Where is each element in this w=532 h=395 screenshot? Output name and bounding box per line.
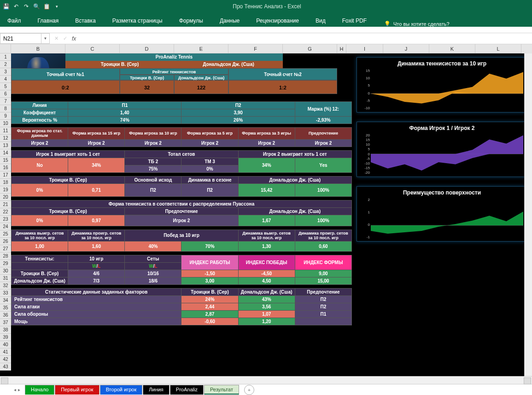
row-header-40[interactable]: 40 [0,341,11,348]
row-header-35[interactable]: 35 [0,304,11,312]
undo-icon[interactable]: ↶ [13,3,19,10]
row-header-6[interactable]: 6 [0,90,11,98]
d10-v3b: 70% [181,241,238,251]
row-header-9[interactable]: 9 [0,112,11,120]
chart-2[interactable]: Преимущество поверхности210-1 [357,186,527,242]
row-header-17[interactable]: 17 [0,171,11,179]
row-header-15[interactable]: 15 [0,157,11,164]
row-header-16[interactable]: 16 [0,164,11,171]
idx-p2s: 18/6 [125,277,181,284]
tab-page-layout[interactable]: Разметка страницы [109,15,166,27]
tell-me[interactable]: Что вы хотите сделать? [393,21,450,27]
row-header-42[interactable]: 42 [0,356,11,363]
row-header-23[interactable]: 23 [0,216,11,223]
tab-insert[interactable]: Вставка [71,15,99,27]
formula-input[interactable] [81,33,532,44]
name-box[interactable]: N21 [0,33,41,44]
row-header-30[interactable]: 30 [0,267,11,275]
row-header-34[interactable]: 34 [0,297,11,304]
row-header-39[interactable]: 39 [0,334,11,341]
col-header-D[interactable]: D [120,44,174,53]
col-header-C[interactable]: C [65,44,120,53]
qat-more-icon[interactable]: ▾ [53,3,60,10]
tab-data[interactable]: Данные [216,15,243,27]
col-header-L[interactable]: L [475,44,521,53]
row-header-18[interactable]: 18 [0,179,11,186]
redo-icon[interactable]: ↷ [23,3,29,10]
row-header-22[interactable]: 22 [0,208,11,216]
row-header-41[interactable]: 41 [0,348,11,356]
row-header-26[interactable]: 26 [0,238,11,245]
col-header-I[interactable]: I [346,44,383,53]
row-header-3[interactable]: 3 [0,68,11,76]
stats-3: 1,20 [238,318,295,325]
row-header-37[interactable]: 37 [0,319,11,326]
confirm-icon[interactable]: ✓ [63,35,67,41]
row-header-10[interactable]: 10 [0,120,11,127]
horizontal-scrollbar[interactable] [0,376,532,384]
row-header-8[interactable]: 8 [0,105,11,112]
row-header-21[interactable]: 21 [0,201,11,208]
row-header-14[interactable]: 14 [0,149,11,157]
row-header-32[interactable]: 32 [0,282,11,289]
new-sheet-button[interactable]: + [244,385,254,395]
col-header-H[interactable]: H [337,44,346,53]
pois-h3: Дональдсон Дж. (Сша) [238,207,351,215]
row-header-24[interactable]: 24 [0,223,11,230]
chart-1[interactable]: Форма Игрок 1 / Игрок 220151050-5-10-15-… [357,122,527,177]
tab-file[interactable]: Файл [4,15,25,27]
sheet-tab-Второй игрок[interactable]: Второй игрок [100,385,143,395]
row-header-33[interactable]: 33 [0,289,11,297]
row-header-36[interactable]: 36 [0,312,11,319]
row-header-5[interactable]: 5 [0,83,11,90]
col-header-B[interactable]: B [11,44,65,53]
row-header-27[interactable]: 27 [0,245,11,253]
row-header-29[interactable]: 29 [0,260,11,267]
col-header-E[interactable]: E [174,44,228,53]
row-header-31[interactable]: 31 [0,275,11,282]
tab-nav-last-icon[interactable]: ▸ [18,387,20,392]
row-header-4[interactable]: 4 [0,76,11,83]
prob-margin: -2,93% [295,116,351,124]
row-header-28[interactable]: 28 [0,253,11,260]
namebox-dropdown-icon[interactable]: ▼ [41,33,50,44]
row-header-7[interactable]: 7 [0,98,11,105]
form-hdr-2: Форма игрока за 10 игр [125,127,181,139]
tab-foxit[interactable]: Foxit PDF [339,15,370,27]
row-header-11[interactable]: 11 [0,127,11,135]
col-header-J[interactable]: J [383,44,429,53]
tab-view[interactable]: Вид [312,15,329,27]
sheet-tab-ProAnaliz[interactable]: ProAnaliz [170,385,204,395]
vertical-scrollbar[interactable] [524,53,532,376]
stats-0: 43% [238,295,295,303]
row-header-12[interactable]: 12 [0,135,11,142]
save-icon[interactable]: 💾 [3,3,9,10]
fx-icon[interactable]: fx [72,35,76,42]
row-header-1[interactable]: 1 [0,53,11,61]
sheet-tab-Начало[interactable]: Начало [25,385,54,395]
row-header-38[interactable]: 38 [0,326,11,334]
tab-review[interactable]: Рецензирование [252,15,303,27]
col-header-G[interactable]: G [283,44,337,53]
tab-nav-first-icon[interactable]: ◂ [14,387,16,392]
row-header-20[interactable]: 20 [0,194,11,201]
select-all-corner[interactable] [0,44,11,53]
copy-icon[interactable]: 📋 [43,3,50,10]
row-header-43[interactable]: 43 [0,363,11,371]
row-header-2[interactable]: 2 [0,61,11,68]
sheet-tab-Результат[interactable]: Результат [204,385,239,395]
sheet-tab-Линия[interactable]: Линия [143,385,170,395]
tab-home[interactable]: Главная [34,15,63,27]
col-header-K[interactable]: K [429,44,475,53]
tab-formulas[interactable]: Формулы [175,15,207,27]
preview-icon[interactable]: 🔍 [33,3,40,10]
chart-title-0: Динамика теннисистов за 10 игр [359,60,525,67]
col-header-F[interactable]: F [228,44,283,53]
chart-0[interactable]: Динамика теннисистов за 10 игр151050-5-1… [357,57,527,112]
row-header-25[interactable]: 25 [0,230,11,238]
row-header-19[interactable]: 19 [0,186,11,194]
idx-p1g: 4/6 [68,270,125,277]
cancel-icon[interactable]: ✕ [54,35,58,41]
sheet-tab-Первый игрок[interactable]: Первый игрок [55,385,99,395]
row-header-13[interactable]: 13 [0,142,11,149]
